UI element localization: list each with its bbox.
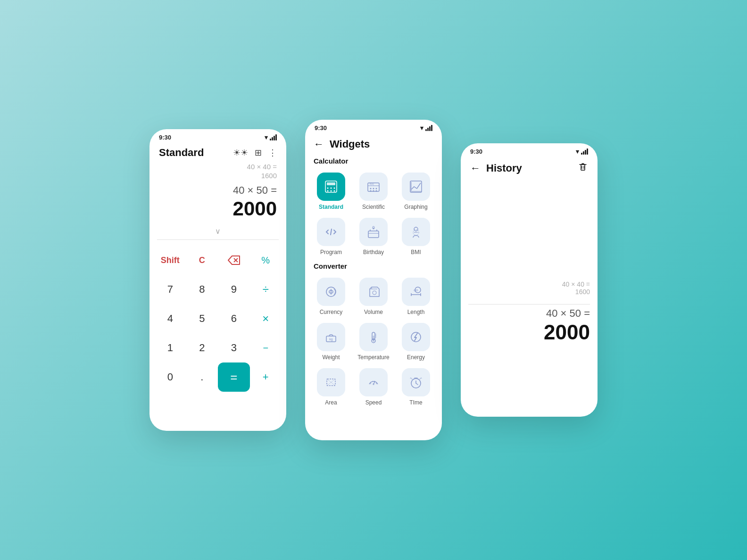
widget-time[interactable]: TIme [396,364,436,408]
svg-point-18 [376,190,377,192]
header-icons: ☀ ⊞ ⋮ [233,148,277,158]
key-clear[interactable]: C [186,246,218,275]
widget-program-label: Program [320,249,342,255]
widget-length[interactable]: cm Length [396,274,436,317]
svg-point-5 [331,188,332,189]
key-0[interactable]: 0 [154,362,186,392]
key-3[interactable]: 3 [218,333,250,362]
svg-point-6 [334,188,335,189]
program-icon-box [317,218,345,246]
widget-volume[interactable]: Volume [353,274,394,317]
key-8[interactable]: 8 [186,275,218,304]
key-2[interactable]: 2 [186,333,218,362]
svg-point-29 [414,227,418,231]
key-6[interactable]: 6 [218,304,250,333]
svg-line-22 [331,229,332,235]
history-old-result: 1600 [468,288,590,296]
history-current-expr: 40 × 50 = [468,307,590,320]
key-1[interactable]: 1 [154,333,186,362]
widget-program[interactable]: Program [311,214,351,257]
key-percent[interactable]: % [250,246,282,275]
key-dot[interactable]: . [186,362,218,392]
status-icons-1: ▾ [265,134,277,141]
divider [157,239,279,240]
converter-grid: Currency Volume cm [305,272,442,410]
brightness-icon[interactable]: ☀ [233,148,248,158]
section-calculator-label: Calculator [305,154,442,167]
widget-birthday-label: Birthday [363,249,384,255]
widget-bmi[interactable]: BMI [396,214,436,257]
svg-point-13 [370,188,372,189]
temperature-icon-box [359,323,388,351]
key-backspace[interactable] [218,246,250,275]
widget-temperature-label: Temperature [357,354,389,361]
section-converter-label: Converter [305,259,442,272]
widgets-header: ← Widgets [305,133,442,154]
bmi-icon [408,224,423,239]
time-icon [408,375,423,390]
widget-speed[interactable]: Speed [353,364,394,408]
history-current-result: 2000 [468,321,590,344]
widget-energy[interactable]: Energy [396,319,436,362]
key-shift[interactable]: Shift [154,246,186,275]
currency-icon-box [317,278,345,306]
widget-area[interactable]: Area [311,364,351,408]
history-divider [468,304,590,305]
key-4[interactable]: 4 [154,304,186,333]
history-expr: 40 × 40 = [159,163,277,171]
back-button[interactable]: ← [314,138,324,150]
key-5[interactable]: 5 [186,304,218,333]
birthday-icon-box [359,218,388,246]
graphing-icon-box [402,173,430,201]
grid-icon[interactable]: ⊞ [255,148,262,158]
delete-history-button[interactable] [578,162,588,174]
standard-icon [324,179,339,194]
svg-point-17 [373,190,374,192]
svg-point-49 [411,332,421,342]
svg-point-15 [376,188,377,189]
widget-standard-label: Standard [319,204,343,210]
widget-graphing[interactable]: Graphing [396,169,436,212]
widget-scientific-label: Scientific [362,204,385,210]
time-1: 9:30 [159,134,171,141]
widget-weight[interactable]: kg Weight [311,319,351,362]
widget-temperature[interactable]: Temperature [353,319,394,362]
svg-rect-44 [373,336,374,340]
scientific-icon-box: f(x) [359,173,388,201]
key-multiply[interactable]: × [250,304,282,333]
history-header: ← History [461,157,598,179]
keypad: Shift C % 7 8 9 ÷ 4 5 6 × 1 2 3 − 0 . = … [149,242,286,395]
key-9[interactable]: 9 [218,275,250,304]
currency-icon [324,284,339,299]
status-icons-2: ▾ [420,124,432,132]
svg-point-4 [327,188,329,189]
widget-standard[interactable]: Standard [311,169,351,212]
length-icon-box: cm [402,278,430,306]
svg-point-8 [331,190,332,192]
widget-currency[interactable]: Currency [311,274,351,317]
energy-icon-box [402,323,430,351]
calculator-grid: Standard f(x) Scientific [305,167,442,259]
key-minus[interactable]: − [250,333,282,362]
svg-text:f(x): f(x) [370,182,374,185]
birthday-icon [366,224,381,239]
key-plus[interactable]: + [250,362,282,392]
widget-time-label: TIme [409,399,422,406]
calc-display: 40 × 40 = 1600 40 × 50 = 2000 [149,163,286,225]
widgets-title: Widgets [330,138,370,150]
status-bar-1: 9:30 ▾ [149,129,286,143]
expand-button[interactable]: ∨ [149,225,286,238]
svg-point-58 [373,383,374,385]
more-icon[interactable]: ⋮ [268,148,277,158]
status-bar-2: 9:30 ▾ [305,120,442,133]
key-equals[interactable]: = [218,362,250,392]
widget-weight-label: Weight [322,354,340,361]
area-icon-box [317,368,345,396]
key-divide[interactable]: ÷ [250,275,282,304]
widget-scientific[interactable]: f(x) Scientific [353,169,394,212]
key-7[interactable]: 7 [154,275,186,304]
history-back-button[interactable]: ← [470,162,481,174]
speed-icon-box [359,368,388,396]
widget-birthday[interactable]: Birthday [353,214,394,257]
widget-energy-label: Energy [407,354,425,361]
